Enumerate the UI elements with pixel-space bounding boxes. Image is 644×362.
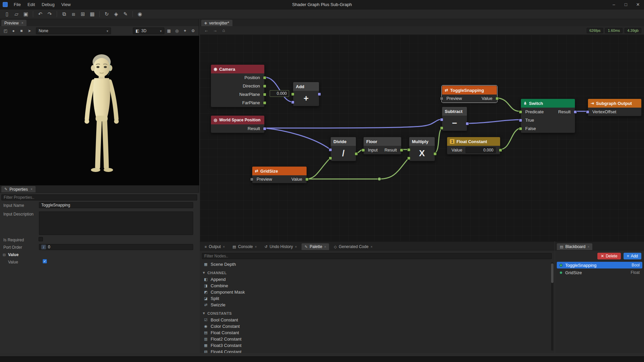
graph-view-button[interactable]: ◈ — [112, 10, 120, 18]
output-port[interactable] — [305, 178, 309, 181]
duplicate-button[interactable]: ⊞ — [78, 10, 87, 18]
palette-item-split[interactable]: ◪Split — [200, 295, 554, 302]
menu-edit[interactable]: Edit — [24, 0, 38, 9]
new-file-button[interactable]: ▯ — [3, 10, 11, 18]
input-port[interactable] — [407, 157, 411, 160]
copy-button[interactable]: ⧉ — [60, 10, 68, 18]
node-gridsize[interactable]: ⇄ GridSize Preview Value — [252, 166, 307, 183]
output-port[interactable] — [263, 101, 266, 105]
output-port[interactable] — [355, 152, 358, 156]
palette-item-float2-constant[interactable]: ▥Float2 Constant — [200, 336, 554, 342]
wire-togglesnapping-to-switch-predicate[interactable] — [496, 98, 521, 111]
preview-viewport[interactable] — [0, 36, 199, 185]
input-port[interactable] — [407, 148, 411, 152]
node-togglesnapping[interactable]: ⇄ ToggleSnapping Preview Value — [442, 85, 497, 103]
input-description-field[interactable] — [39, 212, 193, 235]
nav-home-button[interactable]: ⌂ — [220, 27, 227, 34]
output-port[interactable] — [433, 152, 437, 156]
blackboard-item-gridsize[interactable]: GridSize Float — [557, 269, 642, 276]
close-icon[interactable]: × — [371, 245, 373, 249]
maximize-button[interactable]: □ — [620, 0, 632, 9]
wire-floatconstant-to-switch-false[interactable] — [500, 128, 521, 149]
open-file-button[interactable]: ▱ — [12, 10, 21, 18]
scrollbar-thumb[interactable] — [551, 263, 553, 283]
input-name-field[interactable] — [39, 202, 193, 208]
close-icon[interactable]: × — [255, 245, 257, 249]
input-port[interactable] — [440, 118, 443, 121]
output-port[interactable] — [574, 110, 577, 114]
properties-tab-close-icon[interactable]: × — [31, 187, 33, 191]
fit-view-button[interactable]: ◰ — [2, 27, 9, 35]
delete-button[interactable]: ✕ Delete — [597, 253, 621, 259]
screenshot-button[interactable]: ◉ — [136, 10, 144, 18]
output-port[interactable] — [495, 97, 499, 100]
node-multiply[interactable]: Multiply X — [409, 137, 435, 161]
tab-generated-code[interactable]: ◇ Generated Code × — [331, 243, 375, 250]
menu-debug[interactable]: Debug — [38, 0, 58, 9]
pin-button[interactable]: ➤ — [26, 27, 33, 35]
filter-nodes-input[interactable] — [202, 253, 552, 259]
nav-back-button[interactable]: ← — [203, 27, 210, 34]
node-subtract[interactable]: Subtract − — [442, 107, 467, 131]
filter-properties-input[interactable] — [1, 194, 197, 200]
input-port[interactable] — [519, 119, 522, 122]
node-floor[interactable]: Floor Input Result — [363, 137, 401, 155]
minimize-button[interactable]: – — [608, 0, 620, 9]
palette-item-color-constant[interactable]: ◉Color Constant — [200, 323, 554, 329]
input-port[interactable] — [329, 157, 332, 160]
close-icon[interactable]: × — [223, 245, 225, 249]
tab-vertexjitter[interactable]: ◈ vertexjitter* — [201, 20, 232, 26]
palette-group-channel[interactable]: ▾ CHANNEL — [200, 269, 554, 276]
add-button[interactable]: + Add — [624, 253, 641, 259]
tab-palette[interactable]: ✎ Palette × — [302, 243, 329, 250]
menu-view[interactable]: View — [58, 0, 74, 9]
node-divide[interactable]: Divide / — [330, 137, 356, 161]
add-default-value-box[interactable]: 0.000 — [270, 90, 289, 97]
output-port[interactable] — [499, 148, 502, 152]
wire-worldspace-to-subtract[interactable] — [264, 119, 442, 128]
floor-grid-button[interactable]: ▦ — [165, 27, 172, 35]
wire-reroute-dot[interactable] — [378, 177, 381, 181]
model-dropdown[interactable]: None ▾ — [36, 27, 111, 34]
cube-preview-button[interactable]: ■ — [18, 27, 25, 35]
output-port[interactable] — [263, 93, 266, 96]
wire-camera-position-to-add[interactable] — [264, 77, 293, 102]
rename-button[interactable]: ✎ — [121, 10, 130, 18]
input-port[interactable] — [250, 178, 254, 181]
refresh-button[interactable]: ↻ — [102, 10, 111, 18]
palette-item-float-constant[interactable]: ▤Float Constant — [200, 329, 554, 336]
undo-button[interactable]: ↶ — [36, 10, 45, 18]
close-icon[interactable]: × — [295, 245, 297, 249]
input-port[interactable] — [440, 97, 443, 100]
palette-item-combine[interactable]: ◨Combine — [200, 283, 554, 289]
preview-settings-button[interactable]: ⚙ — [190, 27, 197, 35]
palette-item-float4-constant[interactable]: ▧Float4 Constant — [200, 349, 554, 353]
input-port[interactable] — [519, 110, 522, 114]
node-switch[interactable]: ⋔ Switch Predicate Result True False — [521, 99, 575, 133]
tab-properties[interactable]: ✎ Properties × — [1, 186, 36, 192]
input-port[interactable] — [329, 148, 332, 152]
output-port[interactable] — [318, 93, 321, 96]
palette-item-component-mask[interactable]: ◩Component Mask — [200, 289, 554, 295]
redo-button[interactable]: ↷ — [45, 10, 54, 18]
sphere-preview-button[interactable]: ● — [10, 27, 17, 35]
node-camera[interactable]: ◉ Camera Position Direction NearPlane Fa… — [211, 64, 265, 107]
input-port[interactable] — [291, 93, 294, 96]
value-checkbox[interactable]: ✓ — [43, 259, 47, 263]
palette-item-float3-constant[interactable]: ▦Float3 Constant — [200, 342, 554, 349]
blackboard-item-togglesnapping[interactable]: ToggleSnapping Bool — [557, 262, 642, 268]
input-port[interactable] — [519, 127, 522, 130]
tab-blackboard[interactable]: ▤ Blackboard × — [557, 243, 592, 250]
palette-item-scene-depth[interactable]: ▦ Scene Depth — [200, 261, 554, 267]
focus-button[interactable]: ◎ — [173, 27, 180, 35]
close-icon[interactable]: × — [324, 245, 326, 249]
is-required-checkbox[interactable] — [39, 237, 43, 241]
select-all-button[interactable]: ▦ — [88, 10, 97, 18]
palette-item-bool-constant[interactable]: ☑Bool Constant — [200, 317, 554, 323]
close-button[interactable]: ✕ — [632, 0, 644, 9]
output-port[interactable] — [466, 122, 469, 125]
palette-scrollbar[interactable] — [551, 262, 553, 351]
node-world-space-position[interactable]: ◎ World Space Position Result — [211, 115, 265, 133]
nav-forward-button[interactable]: → — [211, 27, 219, 34]
close-icon[interactable]: × — [587, 245, 589, 249]
